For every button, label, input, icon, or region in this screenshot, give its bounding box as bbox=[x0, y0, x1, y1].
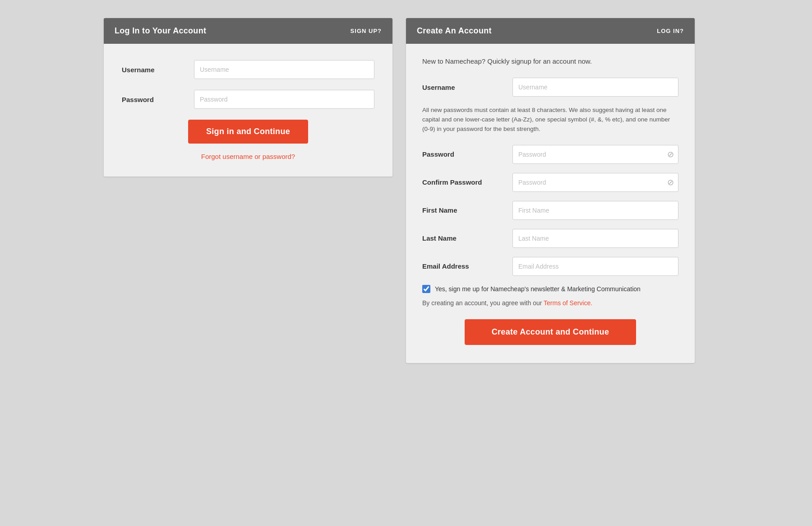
signup-username-input[interactable] bbox=[512, 78, 678, 97]
login-signup-link[interactable]: SIGN UP? bbox=[351, 28, 382, 34]
signup-username-input-wrap bbox=[512, 78, 678, 97]
password-eye-icon[interactable]: ⊘ bbox=[667, 149, 674, 159]
login-panel: Log In to Your Account SIGN UP? Username… bbox=[104, 18, 392, 177]
signin-button[interactable]: Sign in and Continue bbox=[188, 120, 308, 144]
login-panel-title: Log In to Your Account bbox=[115, 26, 206, 36]
signup-last-name-label: Last Name bbox=[422, 234, 512, 242]
signup-password-label: Password bbox=[422, 150, 512, 158]
signup-first-name-label: First Name bbox=[422, 206, 512, 214]
password-input[interactable] bbox=[194, 90, 374, 109]
signup-confirm-password-input[interactable] bbox=[512, 173, 678, 192]
signup-password-input-wrap: ⊘ bbox=[512, 145, 678, 164]
signup-confirm-password-row: Confirm Password ⊘ bbox=[422, 173, 678, 192]
terms-text: By creating an account, you agree with o… bbox=[422, 299, 678, 307]
signup-username-label: Username bbox=[422, 84, 512, 91]
signup-panel-body: New to Namecheap? Quickly signup for an … bbox=[406, 44, 695, 363]
signup-email-input[interactable] bbox=[512, 257, 678, 276]
signup-panel-title: Create An Account bbox=[417, 26, 492, 36]
signup-email-label: Email Address bbox=[422, 262, 512, 270]
signup-confirm-password-label: Confirm Password bbox=[422, 178, 512, 186]
signup-last-name-row: Last Name bbox=[422, 229, 678, 248]
create-account-button[interactable]: Create Account and Continue bbox=[465, 319, 636, 345]
signup-last-name-input[interactable] bbox=[512, 229, 678, 248]
signup-login-link[interactable]: LOG IN? bbox=[657, 28, 684, 34]
signup-email-row: Email Address bbox=[422, 257, 678, 276]
username-label: Username bbox=[122, 66, 194, 74]
signup-last-name-input-wrap bbox=[512, 229, 678, 248]
terms-text-prefix: By creating an account, you agree with o… bbox=[422, 299, 544, 307]
forgot-link[interactable]: Forgot username or password? bbox=[122, 153, 374, 160]
password-label: Password bbox=[122, 96, 194, 103]
signup-intro: New to Namecheap? Quickly signup for an … bbox=[422, 57, 678, 65]
signup-password-row: Password ⊘ bbox=[422, 145, 678, 164]
signup-first-name-row: First Name bbox=[422, 201, 678, 220]
signup-username-row: Username bbox=[422, 78, 678, 97]
page-wrapper: Log In to Your Account SIGN UP? Username… bbox=[104, 18, 708, 363]
login-panel-body: Username Password Sign in and Continue F… bbox=[104, 44, 392, 177]
signup-first-name-input-wrap bbox=[512, 201, 678, 220]
newsletter-row: Yes, sign me up for Namecheap's newslett… bbox=[422, 285, 678, 293]
username-row: Username bbox=[122, 60, 374, 79]
terms-link[interactable]: Terms of Service. bbox=[544, 299, 592, 307]
signup-panel: Create An Account LOG IN? New to Nameche… bbox=[406, 18, 695, 363]
password-hint-text: All new passwords must contain at least … bbox=[422, 106, 678, 134]
signup-password-input[interactable] bbox=[512, 145, 678, 164]
confirm-password-eye-icon[interactable]: ⊘ bbox=[667, 177, 674, 187]
signup-panel-header: Create An Account LOG IN? bbox=[406, 18, 695, 44]
newsletter-checkbox[interactable] bbox=[422, 285, 430, 293]
signup-confirm-password-input-wrap: ⊘ bbox=[512, 173, 678, 192]
username-input[interactable] bbox=[194, 60, 374, 79]
login-panel-header: Log In to Your Account SIGN UP? bbox=[104, 18, 392, 44]
signup-first-name-input[interactable] bbox=[512, 201, 678, 220]
password-row: Password bbox=[122, 90, 374, 109]
signup-email-input-wrap bbox=[512, 257, 678, 276]
newsletter-label[interactable]: Yes, sign me up for Namecheap's newslett… bbox=[435, 285, 641, 293]
